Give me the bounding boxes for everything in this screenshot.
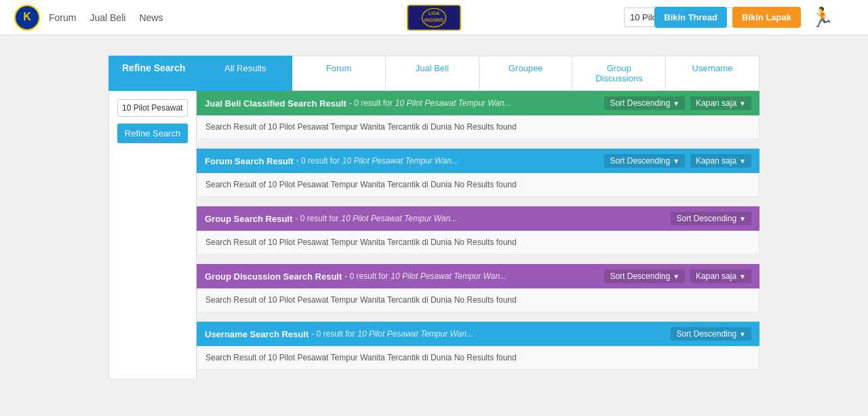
jual-beli-kapan-dropdown[interactable]: Kapan saja ▼ [690, 96, 751, 110]
jual-beli-body-text: Search Result of 10 Pilot Pesawat Tempur… [205, 122, 517, 132]
jual-beli-subtitle: - 0 result for [349, 98, 393, 108]
username-header-right: Sort Descending ▼ [671, 327, 751, 341]
group-header-right: Sort Descending ▼ [671, 212, 751, 225]
forum-result-body: Search Result of 10 Pilot Pesawat Tempur… [197, 173, 760, 197]
forum-sort-label: Sort Descending [610, 156, 670, 166]
group-discussion-title: Group Discussion Search Result [205, 271, 342, 282]
group-body-text: Search Result of 10 Pilot Pesawat Tempur… [205, 238, 517, 247]
forum-header-left: Forum Search Result - 0 result for 10 Pi… [205, 156, 604, 166]
content-row: Refine Search Jual Beli Classified Searc… [108, 91, 760, 379]
sidebar-search-input[interactable] [117, 99, 188, 117]
group-discussion-sort-label: Sort Descending [610, 271, 670, 281]
group-discussion-result-body: Search Result of 10 Pilot Pesawat Tempur… [197, 288, 760, 312]
group-sort-label: Sort Descending [676, 214, 736, 223]
tab-forum[interactable]: Forum [292, 56, 386, 91]
group-discussion-kapan-chevron: ▼ [739, 273, 746, 280]
tab-group-discussions[interactable]: Group Discussions [572, 56, 666, 91]
forum-kapan-label: Kapan saja [696, 156, 736, 166]
forum-query: 10 Pilot Pesawat Tempur Wan... [342, 156, 458, 166]
group-discussion-body-text: Search Result of 10 Pilot Pesawat Tempur… [205, 295, 517, 305]
main-content: Refine Search All Results Forum Jual Bel… [102, 56, 766, 379]
svg-text:INGGRIS: INGGRIS [425, 17, 444, 22]
svg-text:LIGA: LIGA [429, 11, 439, 16]
group-result-section: Group Search Result - 0 result for 10 Pi… [197, 206, 760, 254]
results-area: Jual Beli Classified Search Result - 0 r… [197, 91, 760, 379]
group-discussion-kapan-dropdown[interactable]: Kapan saja ▼ [690, 269, 751, 283]
jual-beli-kapan-label: Kapan saja [696, 98, 736, 108]
jual-beli-header-left: Jual Beli Classified Search Result - 0 r… [205, 98, 604, 109]
username-header-left: Username Search Result - 0 result for 10… [205, 329, 671, 339]
tab-refine[interactable]: Refine Search [108, 56, 199, 91]
group-discussion-subtitle: - 0 result for [344, 271, 388, 281]
forum-kapan-chevron: ▼ [739, 157, 746, 165]
tab-all-results[interactable]: All Results [199, 56, 292, 91]
username-sort-chevron: ▼ [739, 330, 746, 338]
bikin-lapak-button[interactable]: Bikin Lapak [732, 7, 801, 28]
liga-inggris-logo: LIGA INGGRIS [407, 5, 461, 31]
username-query: 10 Pilot Pesawat Tempur Wan... [357, 329, 473, 339]
username-title: Username Search Result [205, 329, 309, 339]
forum-result-header: Forum Search Result - 0 result for 10 Pi… [197, 149, 760, 173]
forum-sort-dropdown[interactable]: Sort Descending ▼ [604, 154, 685, 168]
nav-forum[interactable]: Forum [49, 12, 76, 23]
nav-news[interactable]: News [139, 12, 163, 23]
group-result-header: Group Search Result - 0 result for 10 Pi… [197, 206, 760, 231]
user-icon: 🏃 [810, 6, 834, 29]
sidebar-refine-button[interactable]: Refine Search [117, 124, 188, 143]
center-logo[interactable]: LIGA INGGRIS [407, 5, 461, 31]
svg-text:K: K [23, 11, 31, 22]
group-title: Group Search Result [205, 214, 292, 224]
jual-beli-result-header: Jual Beli Classified Search Result - 0 r… [197, 91, 760, 115]
header-buttons: Bikin Thread Bikin Lapak 🏃 [654, 6, 834, 29]
group-sort-chevron: ▼ [739, 215, 746, 223]
nav-jual-beli[interactable]: Jual Beli [90, 12, 125, 23]
tab-groupee[interactable]: Groupee [479, 56, 573, 91]
group-result-body: Search Result of 10 Pilot Pesawat Tempur… [197, 231, 760, 254]
group-header-left: Group Search Result - 0 result for 10 Pi… [205, 214, 671, 224]
site-logo: K [14, 4, 41, 31]
jual-beli-sort-label: Sort Descending [610, 98, 670, 108]
jual-beli-sort-dropdown[interactable]: Sort Descending ▼ [604, 96, 685, 110]
username-body-text: Search Result of 10 Pilot Pesawat Tempur… [205, 353, 517, 362]
group-discussion-sort-dropdown[interactable]: Sort Descending ▼ [604, 269, 685, 283]
forum-sort-chevron: ▼ [673, 157, 679, 165]
tab-jual-beli[interactable]: Jual Beli [386, 56, 479, 91]
forum-title: Forum Search Result [205, 156, 294, 166]
group-discussion-query: 10 Pilot Pesawat Tempur Wan... [391, 271, 507, 281]
jual-beli-title: Jual Beli Classified Search Result [205, 98, 347, 109]
jual-beli-kapan-chevron: ▼ [739, 100, 746, 107]
group-query: 10 Pilot Pesawat Tempur Wan... [341, 214, 457, 223]
forum-kapan-dropdown[interactable]: Kapan saja ▼ [690, 154, 751, 168]
jual-beli-query: 10 Pilot Pesawat Tempur Wan... [395, 98, 511, 108]
username-subtitle: - 0 result for [311, 329, 355, 339]
header: K Forum Jual Beli News LIGA INGGRIS 🔍 Bi… [0, 0, 868, 35]
jual-beli-header-right: Sort Descending ▼ Kapan saja ▼ [604, 96, 751, 110]
tabs-row: Refine Search All Results Forum Jual Bel… [108, 56, 760, 91]
forum-result-section: Forum Search Result - 0 result for 10 Pi… [197, 149, 760, 197]
username-result-header: Username Search Result - 0 result for 10… [197, 322, 760, 346]
username-sort-dropdown[interactable]: Sort Descending ▼ [671, 327, 751, 341]
username-result-body: Search Result of 10 Pilot Pesawat Tempur… [197, 346, 760, 370]
group-sort-dropdown[interactable]: Sort Descending ▼ [671, 212, 751, 225]
forum-subtitle: - 0 result for [296, 156, 340, 166]
group-discussion-result-header: Group Discussion Search Result - 0 resul… [197, 264, 760, 288]
jual-beli-result-body: Search Result of 10 Pilot Pesawat Tempur… [197, 115, 760, 139]
bikin-thread-button[interactable]: Bikin Thread [654, 7, 727, 28]
group-discussion-result-section: Group Discussion Search Result - 0 resul… [197, 264, 760, 312]
jual-beli-result-section: Jual Beli Classified Search Result - 0 r… [197, 91, 760, 139]
tab-username[interactable]: Username [666, 56, 760, 91]
group-discussion-kapan-label: Kapan saja [696, 271, 736, 281]
jual-beli-sort-chevron: ▼ [673, 100, 679, 107]
username-result-section: Username Search Result - 0 result for 10… [197, 322, 760, 370]
group-discussion-header-right: Sort Descending ▼ Kapan saja ▼ [604, 269, 751, 283]
username-sort-label: Sort Descending [676, 329, 736, 339]
sidebar: Refine Search [108, 91, 197, 379]
group-discussion-sort-chevron: ▼ [673, 273, 679, 280]
nav-links: Forum Jual Beli News [49, 12, 163, 23]
forum-body-text: Search Result of 10 Pilot Pesawat Tempur… [205, 180, 517, 189]
group-subtitle: - 0 result for [295, 214, 338, 223]
group-discussion-header-left: Group Discussion Search Result - 0 resul… [205, 271, 604, 282]
forum-header-right: Sort Descending ▼ Kapan saja ▼ [604, 154, 751, 168]
